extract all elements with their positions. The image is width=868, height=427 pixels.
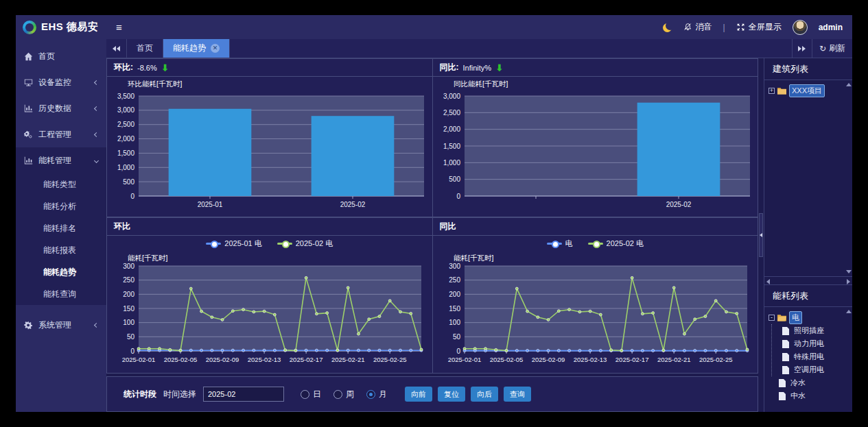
tree-collapse-icon[interactable]: - xyxy=(769,315,775,321)
dark-mode-moon-icon[interactable] xyxy=(666,21,675,30)
next-button[interactable]: 向后 xyxy=(471,387,498,402)
legend-item[interactable]: 电 xyxy=(547,239,573,249)
svg-text:同比能耗[千瓦时]: 同比能耗[千瓦时] xyxy=(454,80,508,88)
sidebar-item-system-management[interactable]: 系统管理 xyxy=(16,312,106,338)
building-vertical-scrollbar[interactable] xyxy=(845,82,852,275)
sidebar-item-label: 首页 xyxy=(38,51,98,62)
tree-node-label: 中水 xyxy=(788,390,808,402)
building-tree: + XXX项目 xyxy=(764,80,852,276)
query-button[interactable]: 查询 xyxy=(504,387,531,402)
user-avatar[interactable] xyxy=(793,20,808,35)
building-horizontal-scrollbar[interactable] xyxy=(764,276,852,284)
radio-icon xyxy=(333,390,342,399)
tongbi-bar-chart[interactable]: 同比能耗[千瓦时]05001,0001,5002,0002,5003,00020… xyxy=(433,77,756,214)
sidebar-subitem-energy-analysis[interactable]: 能耗分析 xyxy=(16,195,106,217)
mute-label: 消音 xyxy=(696,21,712,33)
radio-label: 周 xyxy=(346,389,354,400)
svg-text:3,000: 3,000 xyxy=(117,106,134,114)
svg-text:2025-02-01: 2025-02-01 xyxy=(447,356,481,363)
mute-bell-icon xyxy=(683,23,692,32)
svg-text:2025-02-05: 2025-02-05 xyxy=(489,356,523,363)
scroll-left-icon[interactable] xyxy=(766,279,770,284)
chevron-left-icon xyxy=(94,322,99,327)
svg-text:2025-02-21: 2025-02-21 xyxy=(657,356,690,363)
energy-tree: - 电 照明插座 动力用电 xyxy=(764,307,852,412)
legend-line-dot-icon xyxy=(588,243,603,245)
splitter-collapse-handle[interactable] xyxy=(759,213,763,257)
sidebar-subitem-energy-query[interactable]: 能耗查询 xyxy=(16,283,106,305)
sidebar-item-label: 能耗管理 xyxy=(38,155,89,167)
svg-text:1,500: 1,500 xyxy=(117,149,134,157)
scroll-right-icon[interactable] xyxy=(847,279,850,284)
tree-node-label: 特殊用电 xyxy=(792,351,826,363)
energy-tree-node-hvac[interactable]: 空调用电 xyxy=(782,363,851,376)
sidebar-subitem-energy-type[interactable]: 能耗类型 xyxy=(16,173,106,195)
tab-home[interactable]: 首页 xyxy=(127,39,163,58)
brand[interactable]: EHS 德易安 xyxy=(16,15,106,39)
svg-text:250: 250 xyxy=(449,276,460,284)
tabs-scroll-right-button[interactable] xyxy=(792,39,812,58)
legend-item[interactable]: 2025-02 电 xyxy=(588,239,644,249)
sidebar-subitem-energy-report[interactable]: 能耗报表 xyxy=(16,239,106,261)
svg-text:0: 0 xyxy=(456,347,460,355)
energy-tree-node-special[interactable]: 特殊用电 xyxy=(782,350,851,363)
tree-node-label: XXX项目 xyxy=(789,84,825,97)
huanbi-stat-label: 环比: xyxy=(114,62,133,73)
svg-text:2,500: 2,500 xyxy=(443,109,460,117)
huanbi-bar-chart[interactable]: 环比能耗[千瓦时]05001,0001,5002,0002,5003,0003,… xyxy=(107,77,430,214)
legend-item[interactable]: 2025-02 电 xyxy=(277,239,333,249)
legend-item[interactable]: 2025-01 电 xyxy=(206,239,261,249)
svg-text:能耗[千瓦时]: 能耗[千瓦时] xyxy=(128,254,167,262)
stat-charts-row: 环比: -8.6% ⬇ 环比能耗[千瓦时]05001,0001,5002,000… xyxy=(106,58,758,217)
mute-button[interactable]: 消音 xyxy=(683,21,712,33)
energy-tree-node-reclaimed-water[interactable]: 中水 xyxy=(769,389,851,402)
fullscreen-button[interactable]: 全屏显示 xyxy=(736,21,782,33)
sidebar-item-home[interactable]: 首页 xyxy=(16,43,106,69)
building-tree-node-project[interactable]: + XXX项目 xyxy=(769,84,851,97)
refresh-button[interactable]: ↻ 刷新 xyxy=(812,39,852,58)
tab-energy-trend[interactable]: 能耗趋势 ✕ xyxy=(163,39,230,58)
reset-button[interactable]: 复位 xyxy=(438,387,465,402)
energy-tree-node-lighting[interactable]: 照明插座 xyxy=(782,324,851,337)
sidebar-item-history-data[interactable]: 历史数据 xyxy=(16,95,106,121)
green-down-arrow-icon: ⬇ xyxy=(495,64,504,72)
sidebar-item-device-monitor[interactable]: 设备监控 xyxy=(16,69,106,95)
legend-label: 2025-02 电 xyxy=(296,239,333,249)
energy-tree-node-cold-water[interactable]: 冷水 xyxy=(769,376,851,389)
radio-month[interactable]: 月 xyxy=(366,389,387,400)
scroll-up-icon[interactable] xyxy=(846,310,852,313)
sidebar-item-project-management[interactable]: 工程管理 xyxy=(16,121,106,147)
scroll-down-icon[interactable] xyxy=(846,270,852,273)
file-icon xyxy=(782,340,789,348)
hamburger-menu-icon[interactable]: ≡ xyxy=(116,21,122,33)
tree-expander-icon[interactable]: + xyxy=(769,88,775,94)
energy-vertical-scrollbar[interactable] xyxy=(845,308,852,411)
subitem-label: 能耗类型 xyxy=(43,179,76,191)
home-icon xyxy=(24,52,33,61)
energy-tree-node-power[interactable]: 动力用电 xyxy=(782,337,851,350)
tab-close-icon[interactable]: ✕ xyxy=(211,44,220,53)
double-left-arrow-icon xyxy=(117,46,120,51)
sidebar-item-energy-management[interactable]: 能耗管理 xyxy=(16,147,106,173)
time-select-input[interactable] xyxy=(203,387,284,402)
legend-line-dot-icon xyxy=(277,243,292,245)
sidebar-subitem-energy-trend[interactable]: 能耗趋势 xyxy=(16,261,106,283)
previous-button[interactable]: 向前 xyxy=(405,387,432,402)
stat-period-label: 统计时段 xyxy=(124,389,156,400)
tongbi-line-chart[interactable]: 能耗[千瓦时]0501001502002503002025-02-012025-… xyxy=(433,251,756,371)
energy-tree-node-electricity[interactable]: - 电 xyxy=(769,311,851,324)
svg-text:300: 300 xyxy=(449,263,460,270)
svg-text:2025-02-13: 2025-02-13 xyxy=(573,356,607,363)
svg-text:150: 150 xyxy=(449,305,460,313)
radio-day[interactable]: 日 xyxy=(301,389,321,400)
fullscreen-icon xyxy=(736,23,745,32)
tree-node-label: 照明插座 xyxy=(792,325,826,337)
radio-week[interactable]: 周 xyxy=(333,389,354,400)
scroll-up-icon[interactable] xyxy=(846,83,852,86)
huanbi-line-chart[interactable]: 能耗[千瓦时]0501001502002503002025-02-012025-… xyxy=(107,251,430,371)
file-icon xyxy=(782,353,789,361)
content-area: 环比: -8.6% ⬇ 环比能耗[千瓦时]05001,0001,5002,000… xyxy=(106,58,852,412)
tabs-scroll-left-button[interactable] xyxy=(106,39,127,58)
svg-text:2,500: 2,500 xyxy=(117,121,134,128)
sidebar-subitem-energy-ranking[interactable]: 能耗排名 xyxy=(16,217,106,239)
